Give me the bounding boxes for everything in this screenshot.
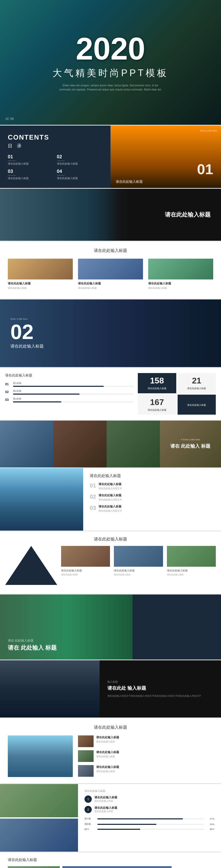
ai1-title: 请在此处输入标题 xyxy=(94,796,117,799)
arch-bar-val-1: 67% xyxy=(207,817,215,820)
bar-label-1: 第1名称 xyxy=(13,382,134,385)
bar-fill-1 xyxy=(13,386,104,387)
sc2-title: 请在此处输入标题 xyxy=(96,750,119,754)
small-col-2: 请在此处输入标题 请在此处输入描述 xyxy=(78,750,213,762)
small-col3-img xyxy=(78,765,94,777)
sc2-desc: 请在此处输入描述 xyxy=(96,755,119,758)
arch-bar-val-3: BPY xyxy=(207,828,215,831)
contents-section-title: 请在此处输入标题 xyxy=(116,179,216,184)
arch-images xyxy=(0,784,78,851)
small-col2-img xyxy=(78,750,94,762)
triangle-cols: 请在此处输入标题 请在此处输入描述 请在此处输入标题 请在此处输入描述 请在此处… xyxy=(61,546,216,585)
tri-col-2: 请在此处输入标题 请在此处输入描述 xyxy=(114,546,163,585)
arch-bar-label-2: 第B项 xyxy=(85,823,95,826)
item-num-4: 04 xyxy=(57,169,103,174)
stat-num-1: 158 xyxy=(150,376,164,385)
triangle-shape xyxy=(5,546,57,585)
numbered-item-2: 02 请在此处输入标题 请在此处输入内容文字 xyxy=(90,493,215,501)
col3-image xyxy=(148,259,213,279)
arch-title: 请在此处输入标题 xyxy=(85,789,215,793)
photo-grid-title: 请在此处输入标题 xyxy=(8,858,213,862)
cover-year: 2020 xyxy=(76,33,145,64)
stat-label-1: 请在此处输入标题 xyxy=(148,387,166,390)
bar-bg-3 xyxy=(13,401,134,402)
num-label-2: 02 xyxy=(90,493,96,500)
arch-bar-bg-3 xyxy=(97,829,204,830)
slide-section1-dark: 请在此处输入标题 xyxy=(0,189,221,241)
tri-col2-img xyxy=(114,546,163,567)
image-cols-title: 请在此处输入标题 xyxy=(8,725,213,730)
col1-title: 请在此处输入标题 xyxy=(8,282,73,285)
stat-num-2: 21 xyxy=(192,376,201,385)
slide-cover: 2020 大气精美时尚PPT模板 Etiam vitae dui congue,… xyxy=(0,0,221,125)
bar-item-3: 03 第3名称 xyxy=(5,397,134,402)
item3-desc: 请在此处输入内容文字 xyxy=(98,509,215,513)
sc1-desc: 请在此处输入描述 xyxy=(96,740,119,743)
stats-bars: 01 第1名称 02 第2名称 03 xyxy=(5,382,134,402)
image-small-cols: 请在此处输入标题 请在此处输入描述 请在此处输入标题 请在此处输入描述 请在此处… xyxy=(78,736,213,777)
col1-desc: 请在此处输入标题 xyxy=(8,286,73,290)
slide-four-images: F Enter a title here 请在 此处输入 标题 xyxy=(0,421,221,467)
numbered-list-content: 请在此处输入标题 01 请在此处输入标题 请在此处输入内容文字 02 请在此处输… xyxy=(83,468,221,531)
contents-right: Enter a title here 01 请在此处输入标题 xyxy=(110,126,221,188)
bar-fill-2 xyxy=(13,394,80,395)
row-img-1 xyxy=(0,421,53,467)
small-col-1: 请在此处输入标题 请在此处输入描述 xyxy=(78,736,213,747)
small-col3-text: 请在此处输入标题 请在此处输入描述 xyxy=(96,765,119,777)
item2-text: 请在此处输入标题 请在此处输入内容文字 xyxy=(98,493,215,501)
image-cols-content: 请在此处输入标题 请在此处输入描述 请在此处输入标题 请在此处输入描述 请在此处… xyxy=(8,736,213,777)
small-col2-text: 请在此处输入标题 请在此处输入描述 xyxy=(96,750,119,762)
arch-bar-fill-2 xyxy=(97,824,156,825)
slide4-col-3: 请在此处输入标题 请在此处输入标题 xyxy=(148,259,213,290)
arch-bar-1: 第A项 67% xyxy=(85,817,215,820)
arch-img-1 xyxy=(0,784,78,817)
stats-title: 请在此处输入标题 xyxy=(5,373,134,378)
section2-title: 请在此处输入标题 xyxy=(10,344,44,349)
slide-photo-grid: 请在此处输入标题 请在此处输入标题 请在此处输入内容文字，请在此处输入内容文字 xyxy=(0,852,221,868)
tri-col3-desc: 请在此处输入描述 xyxy=(167,573,216,576)
slide-dark-road: 输入标题 请在此处 输入标题 请在此处输入内容文字请在此处输入内容文字请在此处输… xyxy=(0,660,221,717)
ai2-desc: 请在此处输入内容 xyxy=(94,810,117,813)
small-col-3: 请在此处输入标题 请在此处输入描述 xyxy=(78,765,213,777)
stat-label-3: 请在此处输入标题 xyxy=(148,408,166,412)
slide4-col-2: 请在此处输入标题 请在此处输入标题 xyxy=(78,259,143,290)
bar-bg-2 xyxy=(13,394,134,395)
contents-item-1: 01 请在此处输入标题 xyxy=(8,154,54,165)
bar-item-2: 02 第2名称 xyxy=(5,390,134,395)
arch-bar-fill-1 xyxy=(97,818,183,819)
contents-left: CONTENTS 目 录 01 请在此处输入标题 02 请在此处输入标题 03 … xyxy=(0,126,110,188)
col2-image xyxy=(78,259,143,279)
col2-desc: 请在此处输入标题 xyxy=(78,286,143,290)
item1-desc: 请在此处输入内容文字 xyxy=(98,487,215,490)
slide-section2-dark: Enter a title here 02 请在此处输入标题 xyxy=(0,300,221,367)
item-line-4 xyxy=(57,175,65,176)
sc1-title: 请在此处输入标题 xyxy=(96,736,119,739)
arch-bar-bg-2 xyxy=(97,824,204,825)
stat-box-3: 167 请在此处输入标题 xyxy=(138,395,176,415)
grid-img-top xyxy=(8,866,60,868)
small-col1-text: 请在此处输入标题 请在此处输入描述 xyxy=(96,736,119,747)
slide-numbered-list: 请在此处输入标题 01 请在此处输入标题 请在此处输入内容文字 02 请在此处输… xyxy=(0,468,221,531)
section1-bg-image xyxy=(0,189,133,241)
dark-desc: 请在此处输入内容文字请在此处输入内容文字请在此处输入内容文字请在此处输入内容文字 xyxy=(107,694,214,698)
arch-items: 1 请在此处输入标题 请在此处输入内容 2 请在此处输入标题 请在此处输入内容 xyxy=(85,796,215,813)
arch-bar-label-3: BPY xyxy=(85,828,95,831)
row-img-3 xyxy=(106,421,160,467)
contents-mu-lu: 目 录 xyxy=(8,143,103,149)
numbered-item-3: 03 请在此处输入标题 请在此处输入内容文字 xyxy=(90,504,215,513)
grid-col2-img xyxy=(62,866,171,868)
arch-bar-2: 第B项 55% xyxy=(85,823,215,826)
arch-icon-1: 1 xyxy=(85,796,92,803)
arch-text-2: 请在此处输入标题 请在此处输入内容 xyxy=(94,806,117,813)
item-text-2: 请在此处输入标题 xyxy=(57,162,103,165)
numbered-items: 01 请在此处输入标题 请在此处输入内容文字 02 请在此处输入标题 请在此处输… xyxy=(90,482,215,513)
bar-wrap-1: 第1名称 xyxy=(13,382,134,387)
arch-bars: 第A项 67% 第B项 55% BPY BPY xyxy=(85,817,215,831)
stats-left: 请在此处输入标题 01 第1名称 02 第2名称 xyxy=(5,373,134,415)
item1-title: 请在此处输入标题 xyxy=(98,482,215,486)
sc3-title: 请在此处输入标题 xyxy=(96,765,119,769)
contents-item-2: 02 请在此处输入标题 xyxy=(57,154,103,165)
slide-large-image: 请在 此处输入标题 请在 此处输入 标题 xyxy=(0,594,221,659)
arch-bar-label-1: 第A项 xyxy=(85,817,95,820)
contents-enter-hint: Enter a title here xyxy=(200,129,217,132)
